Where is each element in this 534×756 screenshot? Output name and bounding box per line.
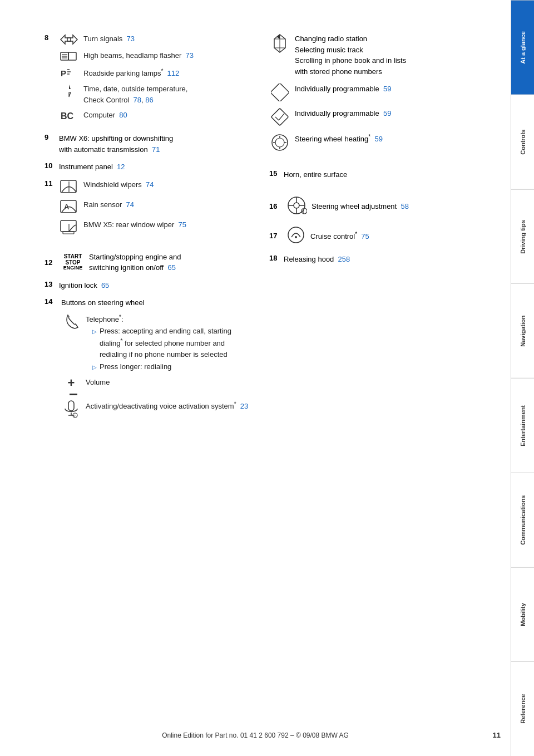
right-col-radio-item: Changing radio station Selecting music t… <box>269 33 477 77</box>
sidebar-item-reference[interactable]: Reference <box>511 661 534 756</box>
sidebar: At a glance Controls Driving tips Naviga… <box>511 0 534 756</box>
section-16: 16 ! <box>269 195 477 218</box>
sub-item-high-beams: High beams, headlamp flasher 73 <box>59 50 253 62</box>
svg-point-42 <box>294 203 299 208</box>
high-beams-text: High beams, headlamp flasher 73 <box>83 50 194 61</box>
right-column: Changing radio station Selecting music t… <box>269 33 477 430</box>
windshield-wipers-icon <box>59 179 79 195</box>
sub-item-parking-lamps: P Roadside parking lamps* 112 <box>59 67 253 79</box>
item-number-9: 9 <box>44 133 57 141</box>
svg-rect-21 <box>68 401 74 411</box>
telephone-icon <box>61 313 81 331</box>
sub-item-rear-wiper: BMW X5: rear window wiper 75 <box>59 219 253 235</box>
turn-signals-text: Turn signals 73 <box>83 33 135 45</box>
sidebar-item-driving-tips[interactable]: Driving tips <box>511 189 534 284</box>
telephone-bullet1: Press: accepting and ending call, starti… <box>100 326 253 360</box>
svg-text:♪: ♪ <box>73 413 76 418</box>
svg-marker-1 <box>67 35 77 44</box>
item-number-11: 11 <box>44 179 55 188</box>
sidebar-item-entertainment[interactable]: Entertainment <box>511 378 534 473</box>
volume-text: Volume <box>86 377 110 388</box>
page-number: 11 <box>493 731 501 739</box>
heat-icon <box>269 132 290 153</box>
svg-text:P: P <box>61 68 66 78</box>
item-14-title: Buttons on steering wheel <box>61 297 253 308</box>
svg-rect-6 <box>68 52 76 60</box>
item-number-8: 8 <box>44 33 55 42</box>
sub-item-computer: BC Computer 80 <box>59 110 253 122</box>
heat-text: Steering wheel heating* 59 <box>295 132 383 145</box>
sub-item-volume-plus: + Volume <box>61 377 253 389</box>
prog1-text: Individually programmable 59 <box>295 84 391 95</box>
rain-sensor-text: Rain sensor 74 <box>83 199 134 210</box>
right-col-prog1: Individually programmable 59 <box>269 84 477 101</box>
item-number-14: 14 <box>44 297 57 306</box>
voice-activation-text: Activating/deactivating voice activation… <box>86 400 248 412</box>
section-12: 12 START STOP ENGINE Starting/stopping e… <box>44 252 253 273</box>
svg-marker-12 <box>69 92 71 97</box>
section-13: 13 Ignition lock 65 <box>44 280 253 291</box>
sub-item-rain-sensor: A Rain sensor 74 <box>59 199 253 215</box>
cruise-control-icon <box>286 225 306 247</box>
sidebar-item-at-a-glance[interactable]: At a glance <box>511 0 534 95</box>
item-number-16: 16 <box>269 202 281 210</box>
rear-wiper-icon <box>59 219 79 235</box>
item-15-text: Horn, entire surface <box>284 169 347 180</box>
item-number-18: 18 <box>269 254 281 262</box>
right-col-prog2: Individually programmable 59 <box>269 108 477 126</box>
page-container: 8 Turn <box>0 0 534 756</box>
sidebar-item-communications[interactable]: Communications <box>511 473 534 567</box>
item-number-10: 10 <box>44 161 57 170</box>
sidebar-item-controls[interactable]: Controls <box>511 95 534 189</box>
voice-activation-icon: ♪ <box>61 400 81 419</box>
start-stop-icon: START STOP ENGINE <box>61 253 85 271</box>
main-content: 8 Turn <box>0 0 511 756</box>
rear-wiper-text: BMW X5: rear window wiper 75 <box>83 219 186 230</box>
svg-text:!: ! <box>303 209 304 214</box>
prog2-icon <box>269 108 290 126</box>
time-date-text: Time, date, outside temperature,Check Co… <box>83 84 187 105</box>
telephone-text: Telephone*: ▷ Press: accepting and endin… <box>86 313 253 372</box>
sidebar-item-navigation[interactable]: Navigation <box>511 283 534 378</box>
svg-marker-0 <box>61 35 71 44</box>
volume-plus-icon: + <box>61 377 81 389</box>
windshield-wipers-text: Windshield wipers 74 <box>83 179 154 190</box>
item-16-text: Steering wheel adjustment 58 <box>312 201 409 212</box>
volume-minus-icon <box>61 394 81 395</box>
sidebar-item-mobility[interactable]: Mobility <box>511 567 534 662</box>
item-number-15: 15 <box>269 169 281 178</box>
section-15: 15 Horn, entire surface <box>269 169 477 180</box>
right-col-heat: Steering wheel heating* 59 <box>269 132 477 153</box>
item-number-12: 12 <box>44 258 57 267</box>
high-beams-icon <box>59 50 79 62</box>
radio-scroll-icon <box>269 33 290 55</box>
section-10: 10 Instrument panel 12 <box>44 161 253 173</box>
parking-lamps-text: Roadside parking lamps* 112 <box>83 67 179 79</box>
item-number-13: 13 <box>44 280 57 288</box>
sub-item-telephone: Telephone*: ▷ Press: accepting and endin… <box>61 313 253 372</box>
sub-item-volume-minus <box>61 394 253 395</box>
section-11: 11 <box>44 179 253 239</box>
section-14: 14 Buttons on steering wheel <box>44 297 253 423</box>
telephone-bullet2: Press longer: redialing <box>100 361 171 372</box>
sub-item-time-date: Time, date, outside temperature,Check Co… <box>59 84 253 105</box>
prog2-text: Individually programmable 59 <box>295 108 391 119</box>
svg-text:BC: BC <box>61 111 74 121</box>
footer-text: Online Edition for Part no. 01 41 2 600 … <box>162 732 349 739</box>
svg-line-34 <box>279 114 284 120</box>
svg-point-50 <box>295 236 297 238</box>
svg-point-36 <box>275 138 284 147</box>
parking-lamps-icon: P <box>59 67 79 79</box>
item-9-text: BMW X6: upshifting or downshiftingwith a… <box>59 133 173 155</box>
svg-marker-11 <box>69 85 71 89</box>
svg-marker-30 <box>276 35 280 39</box>
item-17-text: Cruise control* 75 <box>310 230 369 242</box>
page-footer: Online Edition for Part no. 01 41 2 600 … <box>0 732 511 739</box>
steering-adj-icon: ! <box>286 195 307 218</box>
sub-item-voice-activation: ♪ Activating/deactivating voice activati… <box>61 400 253 419</box>
prog1-icon <box>269 84 290 101</box>
section-17: 17 Cruise control* 75 <box>269 225 477 247</box>
section-9: 9 BMW X6: upshifting or downshiftingwith… <box>44 133 253 155</box>
two-column-layout: 8 Turn <box>44 33 477 430</box>
rain-sensor-icon: A <box>59 199 79 215</box>
